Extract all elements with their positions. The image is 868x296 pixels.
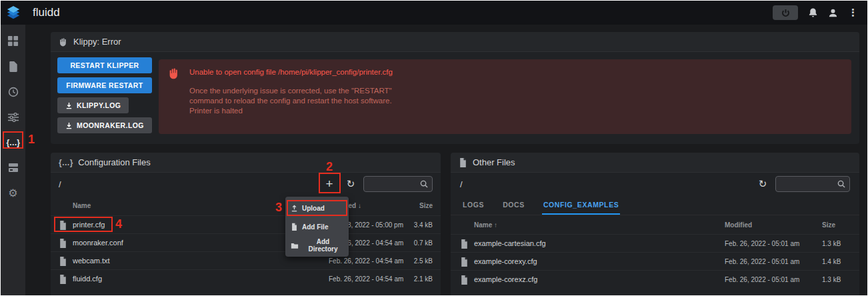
error-line-2: Once the underlying issue is corrected, … [189,86,839,96]
emergency-stop-button[interactable] [773,5,798,20]
user-icon [828,8,838,18]
topbar: fluidd ⋮ [1,1,867,25]
sidebar-item-settings[interactable]: ⚙ [8,186,17,200]
power-icon [781,9,790,17]
other-search-box [775,176,850,192]
file-size: 1.3 kB [822,276,850,283]
file-size: 0.7 kB [403,239,433,247]
file-name: example-corexz.cfg [474,275,537,283]
refresh-button[interactable]: ↻ [343,177,358,191]
column-modified[interactable]: Modified [725,221,822,229]
klippy-error-message: Unable to open config file /home/pi/klip… [159,59,851,134]
upload-icon [291,205,298,212]
document-icon [459,157,467,167]
column-name[interactable]: Name ↑ [460,221,725,229]
other-card-title: Other Files [473,157,515,167]
menu-item-upload[interactable]: Upload [285,199,349,217]
notifications-button[interactable] [808,7,818,18]
klippy-log-button[interactable]: KLIPPY.LOG [57,97,129,113]
file-icon [460,257,469,267]
column-size[interactable]: Size [403,202,433,209]
menu-item-label: Add Directory [303,238,343,253]
column-size[interactable]: Size [822,221,850,229]
error-line-3: command to reload the config and restart… [189,96,839,106]
document-icon [9,61,18,72]
gear-icon: ⚙ [8,187,17,199]
add-button[interactable]: + [321,175,338,193]
annotation-label-1: 1 [28,133,35,147]
hand-stop-icon [168,67,180,81]
file-icon [59,238,67,248]
klippy-log-label: KLIPPY.LOG [77,101,121,109]
file-name: moonraker.conf [73,239,123,247]
file-row-moonraker-conf[interactable]: moonraker.conf Feb. 26, 2022 - 04:54 am … [51,233,441,251]
firmware-restart-button[interactable]: FIRMWARE RESTART [57,77,152,93]
config-search-input[interactable] [368,180,417,188]
other-files-tabs: LOGS DOCS CONFIG_EXAMPLES [451,195,859,215]
download-icon [65,122,73,129]
sliders-icon [8,113,19,122]
search-icon [420,180,428,188]
sidebar-item-tune[interactable] [8,110,19,124]
file-modified: Feb. 26, 2022 - 05:01 am [725,276,822,283]
other-search-input[interactable] [780,180,835,188]
file-modified: Feb. 26, 2022 - 05:01 am [725,240,822,247]
file-size: 2.5 kB [403,257,433,265]
refresh-button[interactable]: ↻ [755,177,770,191]
error-line-4: Printer is halted [189,106,839,116]
file-modified: Feb. 26, 2022 - 04:54 am [329,275,403,283]
download-icon [65,102,73,109]
file-row-fluidd-cfg[interactable]: fluidd.cfg Feb. 26, 2022 - 04:54 am 2.1 … [51,269,441,287]
bell-icon [808,7,818,18]
file-name: printer.cfg [73,221,105,229]
file-size: 1.3 kB [822,240,850,247]
config-card-title: Configuration Files [78,157,150,167]
clock-icon [8,87,19,97]
config-search-box [363,176,433,192]
hand-icon [59,37,68,47]
sidebar-item-printer[interactable] [8,161,19,175]
tab-config-examples[interactable]: CONFIG_EXAMPLES [542,196,620,215]
breadcrumb-path: / [460,179,463,189]
dashboard-grid-icon [7,35,19,47]
sidebar-item-configure[interactable]: {…} [7,135,20,149]
sidebar-item-history[interactable] [8,85,19,99]
menu-item-add-directory[interactable]: Add Directory [285,236,349,255]
file-row-example-corexz[interactable]: example-corexz.cfg Feb. 26, 2022 - 05:01… [451,270,859,288]
klippy-status-card: Klippy: Error RESTART KLIPPER FIRMWARE R… [51,32,859,144]
klippy-card-title: Klippy: Error [73,37,121,47]
file-icon [59,256,67,266]
fluidd-logo-icon[interactable] [1,5,26,20]
file-row-example-cartesian[interactable]: example-cartesian.cfg Feb. 26, 2022 - 05… [451,234,859,252]
sidebar-item-jobs[interactable] [9,59,18,73]
file-plus-icon [291,223,298,231]
moonraker-log-button[interactable]: MOONRAKER.LOG [57,117,152,133]
config-table-header: Name Modified ↓ Size [51,195,441,215]
search-icon [837,180,845,188]
config-toolbar: / + ↻ [51,173,441,195]
tab-docs[interactable]: DOCS [501,196,526,215]
app-title: fluidd [33,6,60,19]
code-braces-icon: {…} [7,138,20,147]
restart-klipper-button[interactable]: RESTART KLIPPER [57,57,152,73]
file-row-webcam-txt[interactable]: webcam.txt Feb. 26, 2022 - 04:54 am 2.5 … [51,251,441,269]
other-files-card: Other Files / ↻ LOGS DOCS CONFIG_EXAMPLE… [451,153,859,295]
add-dropdown-menu: Upload Add File Add Directory [285,197,349,257]
printer-icon [8,163,19,173]
file-row-printer-cfg[interactable]: printer.cfg Mar. 08, 2022 - 05:00 pm 3.4… [51,215,441,233]
tab-logs[interactable]: LOGS [461,196,485,215]
breadcrumb-path: / [59,179,61,189]
file-icon [59,274,67,284]
sidebar-item-dashboard[interactable] [7,34,19,48]
file-name: example-cartesian.cfg [474,239,546,247]
file-row-example-corexy[interactable]: example-corexy.cfg Feb. 26, 2022 - 05:01… [451,252,859,270]
file-name: webcam.txt [73,257,110,265]
account-button[interactable] [828,8,838,18]
menu-item-add-file[interactable]: Add File [285,217,349,236]
topbar-actions: ⋮ [773,5,867,20]
overflow-menu-button[interactable]: ⋮ [848,7,858,19]
other-toolbar: / ↻ [451,173,859,195]
file-name: example-corexy.cfg [474,257,537,265]
file-size: 2.1 kB [403,275,433,283]
file-icon [460,275,469,285]
